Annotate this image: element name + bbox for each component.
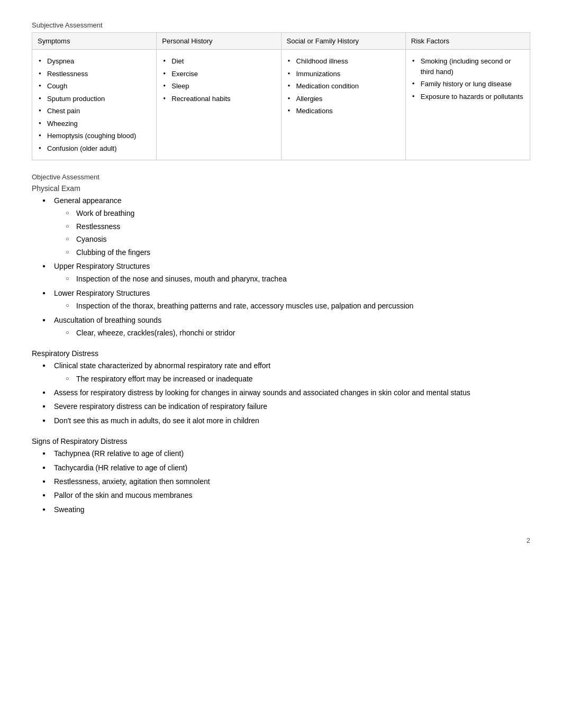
physical-exam-sub-item: Work of breathing [66,207,530,219]
personal-history-item: Sleep [162,80,275,93]
subjective-title: Subjective Assessment [32,21,530,29]
objective-section: Objective Assessment Physical Exam Gener… [32,173,530,339]
personal-history-item: Diet [162,55,275,68]
social-family-item: Immunizations [287,68,400,80]
cell-symptoms: DyspneaRestlessnessCoughSputum productio… [32,50,157,160]
personal-history-item: Recreational habits [162,93,275,105]
symptom-item: Restlessness [38,68,151,80]
cell-social-family: Childhood illnessImmunizationsMedication… [282,50,406,160]
resp-distress-item: Assess for respiratory distress by looki… [42,387,530,398]
signs-list: Tachypnea (RR relative to age of client)… [42,448,530,515]
social-family-item: Medications [287,105,400,117]
signs-title: Signs of Respiratory Distress [32,437,530,445]
resp-distress-item: Don't see this as much in adults, do see… [42,415,530,426]
resp-distress-item: Clinical state characterized by abnormal… [42,360,530,385]
signs-section: Signs of Respiratory Distress Tachypnea … [32,437,530,515]
resp-distress-sub-item: The respiratory effort may be increased … [66,373,530,385]
symptom-item: Hemoptysis (coughing blood) [38,130,151,142]
col-social-family: Social or Family History [282,33,406,49]
physical-exam-item: General appearanceWork of breathingRestl… [42,195,530,258]
risk-factor-item: Exposure to hazards or pollutants [411,90,524,103]
risk-factor-item: Family history or lung disease [411,78,524,90]
symptom-item: Chest pain [38,105,151,117]
physical-exam-item: Auscultation of breathing soundsClear, w… [42,314,530,339]
col-symptoms: Symptoms [32,33,157,49]
physical-exam-title: Physical Exam [32,184,530,193]
table-header: Symptoms Personal History Social or Fami… [32,33,530,50]
signs-item: Pallor of the skin and mucous membranes [42,489,530,501]
personal-history-item: Exercise [162,68,275,80]
physical-exam-sub-item: Cyanosis [66,233,530,245]
col-risk-factors: Risk Factors [406,33,530,49]
symptom-item: Wheezing [38,117,151,130]
symptom-item: Dyspnea [38,55,151,68]
signs-item: Tachypnea (RR relative to age of client) [42,448,530,459]
cell-risk-factors: Smoking (including second or third hand)… [406,50,530,160]
respiratory-distress-section: Respiratory Distress Clinical state char… [32,349,530,426]
signs-item: Sweating [42,504,530,515]
risk-factor-item: Smoking (including second or third hand) [411,55,524,78]
physical-exam-sub-item: Restlessness [66,221,530,232]
page-number: 2 [32,536,530,544]
col-personal-history: Personal History [157,33,281,49]
objective-title: Objective Assessment [32,173,530,181]
subjective-section: Subjective Assessment Symptoms Personal … [32,21,530,160]
cell-personal-history: DietExerciseSleepRecreational habits [157,50,281,160]
physical-exam-list: General appearanceWork of breathingRestl… [42,195,530,339]
respiratory-distress-title: Respiratory Distress [32,349,530,358]
physical-exam-sub-item: Inspection of the nose and sinuses, mout… [66,273,530,285]
resp-distress-item: Severe respiratory distress can be indic… [42,401,530,412]
subjective-table: Symptoms Personal History Social or Fami… [32,32,530,160]
symptom-item: Sputum production [38,93,151,105]
signs-item: Tachycardia (HR relative to age of clien… [42,462,530,474]
signs-item: Restlessness, anxiety, agitation then so… [42,476,530,487]
social-family-item: Childhood illness [287,55,400,68]
physical-exam-sub-item: Clear, wheeze, crackles(rales), rhonchi … [66,327,530,339]
table-body-row: DyspneaRestlessnessCoughSputum productio… [32,50,530,160]
physical-exam-sub-item: Clubbing of the fingers [66,247,530,258]
physical-exam-sub-item: Inspection of the thorax, breathing patt… [66,300,530,312]
social-family-item: Medication condition [287,80,400,93]
symptom-item: Confusion (older adult) [38,142,151,155]
physical-exam-item: Upper Respiratory StructuresInspection o… [42,260,530,285]
physical-exam-item: Lower Respiratory StructuresInspection o… [42,287,530,312]
social-family-item: Allergies [287,93,400,105]
respiratory-distress-list: Clinical state characterized by abnormal… [42,360,530,426]
symptom-item: Cough [38,80,151,93]
